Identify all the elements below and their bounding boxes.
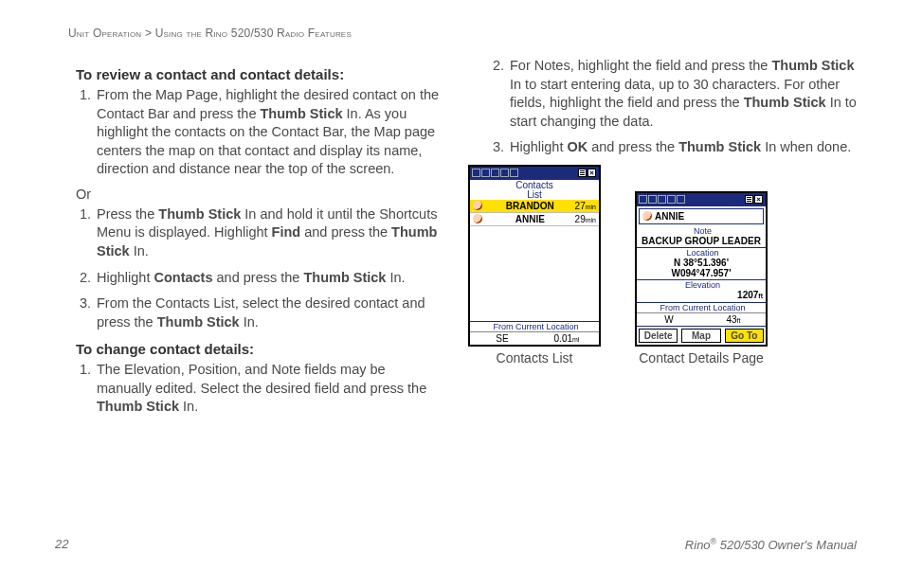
device-screenshot: ANNIE Note BACKUP GROUP LEADER Location …	[635, 191, 768, 347]
figure-caption: Contact Details Page	[635, 350, 768, 365]
list-item: From the Map Page, highlight the desired…	[95, 86, 443, 179]
face-icon	[642, 211, 652, 221]
face-icon	[473, 214, 482, 223]
list-item: Press the Thumb Stick In and hold it unt…	[95, 205, 443, 261]
list-item: From the Contacts List, select the desir…	[95, 294, 443, 331]
map-button: Map	[681, 329, 720, 343]
face-icon	[473, 201, 482, 210]
menu-icon	[578, 169, 587, 177]
figure-contact-details: ANNIE Note BACKUP GROUP LEADER Location …	[635, 191, 768, 365]
heading-review: To review a contact and contact details:	[76, 66, 443, 82]
footer-row: SE 0.01mi	[470, 331, 599, 345]
list-item: For Notes, highlight the field and press…	[508, 57, 857, 131]
note-field: BACKUP GROUP LEADER	[637, 236, 766, 248]
breadcrumb: Unit Operation > Using the Rino 520/530 …	[68, 27, 857, 40]
screen-title: ContactsList	[470, 180, 599, 200]
close-icon	[754, 195, 763, 204]
from-row: W 43ft	[637, 312, 766, 326]
list-review-b: Press the Thumb Stick In and hold it unt…	[55, 205, 443, 331]
figure-caption: Contacts List	[468, 350, 601, 365]
left-column: To review a contact and contact details:…	[55, 57, 443, 424]
device-screenshot: ContactsList BRANDON 27min ANNIE	[468, 165, 601, 347]
close-icon	[588, 169, 596, 177]
device-titlebar	[470, 167, 599, 180]
breadcrumb-section: Unit Operation	[68, 27, 141, 40]
elevation-field: 1207ft	[637, 290, 766, 303]
page-footer: 22 Rino® 520/530 Owner's Manual	[55, 537, 857, 552]
button-row: Delete Map Go To	[637, 326, 766, 345]
list-review-a: From the Map Page, highlight the desired…	[55, 86, 443, 179]
list-change-cont: For Notes, highlight the field and press…	[468, 57, 857, 157]
breadcrumb-page: Using the Rino 520/530 Radio Features	[155, 27, 352, 40]
heading-change: To change contact details:	[76, 341, 443, 357]
contact-name-row: ANNIE	[639, 208, 764, 224]
contact-row: ANNIE 29min	[470, 213, 599, 226]
list-item: Highlight Contacts and press the Thumb S…	[95, 269, 443, 288]
book-title: Rino® 520/530 Owner's Manual	[685, 537, 857, 552]
menu-icon	[745, 195, 753, 204]
figure-contacts-list: ContactsList BRANDON 27min ANNIE	[468, 165, 601, 365]
or-label: Or	[76, 187, 443, 202]
contact-row: BRANDON 27min	[470, 200, 599, 213]
footer-label: From Current Location	[470, 321, 599, 331]
delete-button: Delete	[639, 329, 678, 343]
page-number: 22	[55, 537, 68, 552]
device-titlebar	[637, 193, 766, 206]
list-item: The Elevation, Position, and Note fields…	[95, 361, 443, 417]
list-change: The Elevation, Position, and Note fields…	[55, 361, 443, 417]
right-column: For Notes, highlight the field and press…	[468, 57, 857, 424]
goto-button: Go To	[725, 329, 764, 343]
breadcrumb-sep: >	[145, 27, 152, 40]
list-item: Highlight OK and press the Thumb Stick I…	[508, 138, 857, 157]
location-field: N 38°51.396'W094°47.957'	[637, 258, 766, 280]
